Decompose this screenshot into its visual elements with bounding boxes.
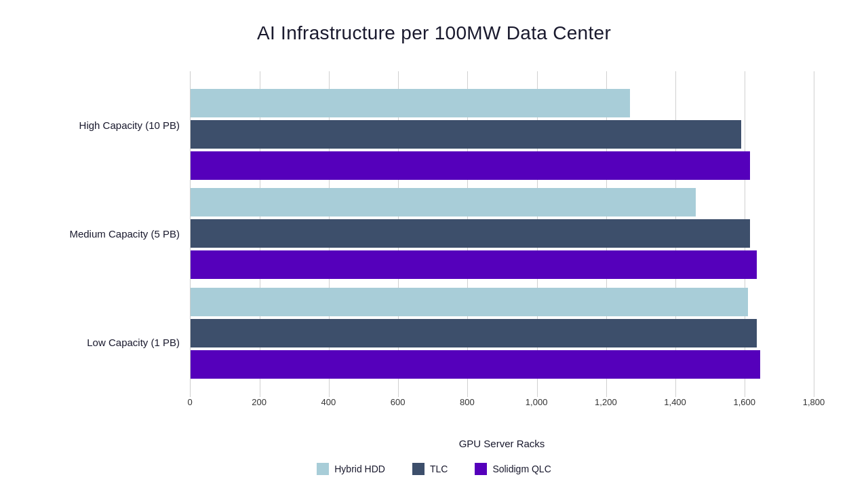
x-tick: 800	[460, 397, 475, 407]
legend-item: Solidigm QLC	[475, 463, 551, 475]
chart-body: High Capacity (10 PB)Medium Capacity (5 …	[54, 71, 814, 397]
legend-swatch	[412, 463, 425, 475]
bar-hybrid	[191, 288, 748, 316]
legend-label: TLC	[430, 464, 448, 474]
x-tick: 1,600	[734, 397, 756, 407]
legend-swatch	[317, 463, 329, 475]
chart-title: AI Infrastructure per 100MW Data Center	[54, 22, 814, 44]
bar-hybrid	[191, 89, 630, 117]
x-tick: 1,800	[803, 397, 825, 407]
bar-qlc	[191, 151, 750, 180]
bar-qlc	[191, 350, 760, 379]
bar-group	[191, 288, 814, 379]
y-label: Low Capacity (1 PB)	[54, 336, 180, 350]
x-tick: 600	[391, 397, 406, 407]
bar-qlc	[191, 250, 757, 279]
bar-tlc	[191, 120, 741, 149]
x-axis-label: GPU Server Racks	[190, 438, 814, 449]
chart-area: High Capacity (10 PB)Medium Capacity (5 …	[54, 71, 814, 449]
legend-item: Hybrid HDD	[317, 463, 385, 475]
bar-group	[191, 89, 814, 180]
y-label: Medium Capacity (5 PB)	[54, 227, 180, 241]
legend-swatch	[475, 463, 487, 475]
bar-tlc	[191, 219, 750, 248]
x-tick: 400	[321, 397, 336, 407]
x-axis: 02004006008001,0001,2001,4001,6001,800	[190, 397, 814, 416]
legend-label: Hybrid HDD	[334, 464, 385, 474]
legend-item: TLC	[412, 463, 448, 475]
y-axis-labels: High Capacity (10 PB)Medium Capacity (5 …	[54, 71, 190, 397]
bar-group	[191, 188, 814, 279]
bar-tlc	[191, 319, 757, 347]
y-label: High Capacity (10 PB)	[54, 119, 180, 132]
x-tick: 1,400	[664, 397, 686, 407]
x-tick: 200	[252, 397, 267, 407]
x-tick: 1,200	[595, 397, 617, 407]
legend-label: Solidigm QLC	[492, 464, 551, 474]
legend: Hybrid HDDTLCSolidigm QLC	[54, 463, 814, 475]
bars-and-grid	[190, 71, 814, 397]
chart-container: AI Infrastructure per 100MW Data Center …	[27, 2, 841, 489]
x-tick: 1,000	[526, 397, 548, 407]
bars-wrapper	[191, 71, 814, 397]
grid-line	[814, 71, 814, 397]
x-tick: 0	[187, 397, 192, 407]
bar-hybrid	[191, 188, 696, 216]
